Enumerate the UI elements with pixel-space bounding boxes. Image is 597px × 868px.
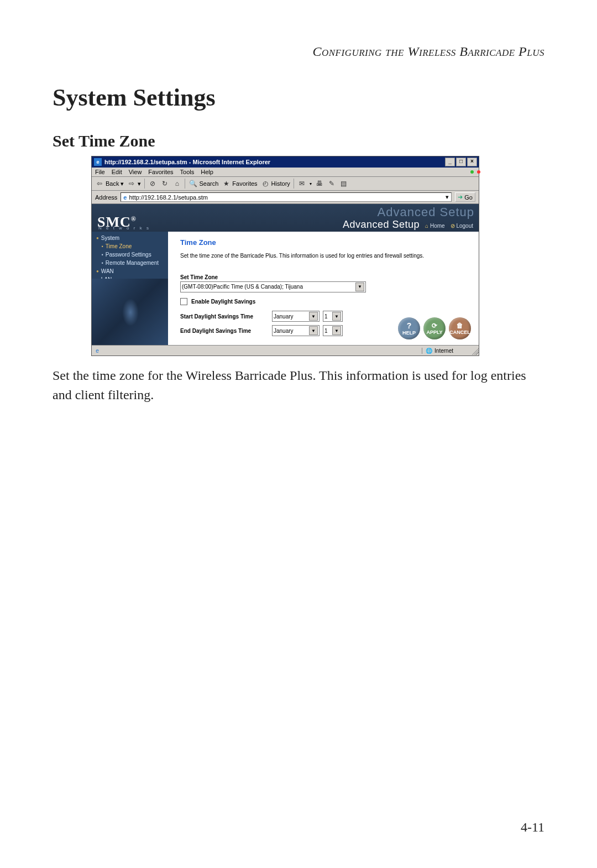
dropdown-arrow-icon: ▼ <box>355 283 364 291</box>
time-zone-value: (GMT-08:00)Pacific Time (US & Canada); T… <box>182 284 303 290</box>
running-header: Configuring the Wireless Barricade Plus <box>53 44 544 59</box>
panel-heading: Time Zone <box>180 238 469 247</box>
sidebar-item-label: Password Settings <box>106 252 151 258</box>
help-label: HELP <box>402 330 416 336</box>
dropdown-arrow-icon: ▼ <box>309 326 318 335</box>
sidebar-item-wan[interactable]: ●WAN <box>92 267 168 275</box>
sidebar-item-label: Remote Management <box>106 260 159 266</box>
back-arrow-icon: ⇦ <box>95 179 104 188</box>
bullet-icon: ● <box>96 269 99 274</box>
start-dst-day-value: 1 <box>324 313 328 320</box>
favorites-label: Favorites <box>232 180 257 187</box>
search-button[interactable]: 🔍 Search <box>188 179 218 188</box>
dropdown-arrow-icon: ▾ <box>138 180 141 187</box>
cancel-icon: 🗑 <box>457 322 463 330</box>
menu-favorites[interactable]: Favorites <box>148 169 173 175</box>
refresh-icon[interactable]: ↻ <box>160 179 169 188</box>
home-link[interactable]: ⌂ Home <box>425 223 445 229</box>
start-dst-month-value: January <box>274 313 294 320</box>
cancel-button[interactable]: 🗑 CANCEL <box>449 317 471 339</box>
window-close-button[interactable]: × <box>467 158 477 166</box>
address-label: Address <box>95 194 117 201</box>
discuss-icon[interactable]: ▤ <box>339 179 348 188</box>
sidebar-decorative-image <box>92 279 168 345</box>
end-dst-label: End Daylight Savings Time <box>180 328 269 334</box>
bullet-icon: ▪ <box>102 252 103 257</box>
time-zone-select[interactable]: (GMT-08:00)Pacific Time (US & Canada); T… <box>180 281 366 292</box>
enable-dst-checkbox[interactable] <box>180 298 187 305</box>
section-title: System Settings <box>53 83 544 112</box>
sidebar-item-time-zone[interactable]: ▪Time Zone <box>92 242 168 250</box>
toolbar-separator <box>144 179 145 189</box>
print-icon[interactable]: 🖶 <box>315 179 324 188</box>
running-header-text: Configuring the Wireless Barricade Plus <box>312 44 544 59</box>
ie-app-icon: e <box>93 158 102 166</box>
logout-link[interactable]: ⊘ Logout <box>451 223 473 229</box>
window-minimize-button[interactable]: _ <box>445 158 455 166</box>
sidebar-item-password-settings[interactable]: ▪Password Settings <box>92 250 168 259</box>
back-button[interactable]: ⇦ Back ▾ <box>95 179 124 188</box>
home-icon: ⌂ <box>425 223 428 229</box>
end-dst-month-select[interactable]: January ▼ <box>272 325 320 336</box>
page-number: 4-11 <box>521 820 544 835</box>
status-page-icon: e <box>94 347 101 354</box>
status-zone: 🌐 Internet <box>422 348 470 354</box>
menu-file[interactable]: File <box>95 169 105 175</box>
brand-subtext: N e t w o r k s <box>98 226 150 231</box>
start-dst-month-select[interactable]: January ▼ <box>272 311 320 322</box>
start-dst-label: Start Daylight Savings Time <box>180 313 269 320</box>
resize-grip-icon[interactable] <box>470 346 479 355</box>
dropdown-arrow-icon: ▾ <box>121 180 124 187</box>
menu-edit[interactable]: Edit <box>112 169 122 175</box>
stop-icon[interactable]: ⊘ <box>148 179 157 188</box>
panel-description: Set the time zone of the Barricade Plus.… <box>180 252 469 260</box>
history-label: History <box>271 180 290 187</box>
address-input[interactable]: e http://192.168.2.1/setupa.stm ▾ <box>121 192 452 202</box>
end-dst-month-value: January <box>274 328 294 334</box>
enable-dst-label: Enable Daylight Savings <box>191 299 255 305</box>
banner-ghost-text: Advanced Setup <box>378 205 474 219</box>
forward-button[interactable]: ⇨ ▾ <box>127 179 141 188</box>
apply-button[interactable]: ⟳ APPLY <box>423 317 446 339</box>
dropdown-arrow-icon: ▼ <box>332 326 341 335</box>
go-button[interactable]: ➜ Go <box>455 192 475 202</box>
bullet-icon: ● <box>96 236 99 240</box>
menu-tools[interactable]: Tools <box>180 169 195 175</box>
home-icon[interactable]: ⌂ <box>172 179 181 188</box>
favorites-button[interactable]: ★ Favorites <box>222 179 257 188</box>
logout-label: Logout <box>456 223 473 229</box>
main-panel: Time Zone Set the time zone of the Barri… <box>168 232 479 345</box>
figure-caption: Set the time zone for the Wireless Barri… <box>53 366 544 405</box>
status-bar: e 🌐 Internet <box>92 345 479 355</box>
menu-help[interactable]: Help <box>201 169 213 175</box>
forward-arrow-icon: ⇨ <box>127 179 136 188</box>
start-dst-day-select[interactable]: 1 ▼ <box>323 311 343 322</box>
mail-icon[interactable]: ✉ <box>297 179 306 188</box>
edit-icon[interactable]: ✎ <box>327 179 336 188</box>
sidebar-item-label: WAN <box>101 268 114 274</box>
menu-view[interactable]: View <box>129 169 142 175</box>
search-icon: 🔍 <box>188 179 197 188</box>
window-maximize-button[interactable]: □ <box>456 158 466 166</box>
window-titlebar: e http://192.168.2.1/setupa.stm - Micros… <box>92 156 479 168</box>
address-dropdown-icon[interactable]: ▾ <box>446 194 449 201</box>
history-button[interactable]: ◴ History <box>261 179 290 188</box>
history-icon: ◴ <box>261 179 270 188</box>
bullet-icon: ▪ <box>102 260 103 265</box>
sidebar-item-remote-management[interactable]: ▪Remote Management <box>92 259 168 267</box>
end-dst-day-select[interactable]: 1 ▼ <box>323 325 343 336</box>
help-button[interactable]: ? HELP <box>398 317 420 339</box>
dropdown-arrow-icon: ▼ <box>332 312 341 321</box>
registered-icon: ® <box>131 215 137 223</box>
favorites-icon: ★ <box>222 179 231 188</box>
toolbar-separator <box>185 179 185 189</box>
search-label: Search <box>199 180 218 187</box>
apply-label: APPLY <box>426 330 442 335</box>
home-label: Home <box>430 223 445 229</box>
globe-icon: 🌐 <box>426 348 432 354</box>
sidebar-item-system[interactable]: ●System <box>92 234 168 242</box>
page-icon: e <box>123 194 127 201</box>
apply-icon: ⟳ <box>432 322 437 330</box>
bullet-icon: ▪ <box>102 244 103 249</box>
address-value: http://192.168.2.1/setupa.stm <box>129 194 207 201</box>
